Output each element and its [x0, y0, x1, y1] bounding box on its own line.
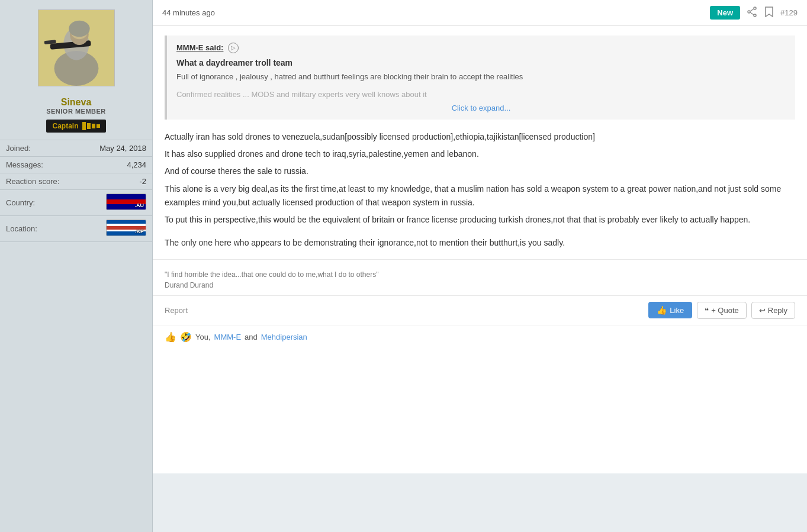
- post-timestamp: 44 minutes ago: [162, 8, 215, 17]
- user-sidebar: Sineva Senior Member Captain Joined: May…: [0, 0, 153, 532]
- post-container: 44 minutes ago New: [153, 0, 807, 473]
- post-text: Actually iran has sold drones to venezue…: [165, 130, 795, 250]
- post-para-6: The only one here who appears to be demo…: [165, 236, 795, 250]
- messages-row: Messages: 4,234: [0, 157, 152, 173]
- user-rank-label: Senior Member: [46, 108, 106, 115]
- reaction-label: Reaction score:: [6, 177, 68, 186]
- post-number: #129: [780, 8, 798, 17]
- post-actions: New: [710, 6, 798, 20]
- location-flag: .KP: [68, 220, 146, 238]
- avatar: [38, 9, 115, 86]
- quote-body-text: Full of ignorance , jealousy , hatred an…: [176, 71, 786, 83]
- post-footer: Report 👍 Like ❝ + Quote ↩ Reply: [153, 295, 807, 325]
- quote-bold-text: What a daydreamer troll team: [176, 58, 786, 67]
- reply-button[interactable]: ↩ Reply: [751, 302, 795, 319]
- post-para-2: It has also supplied drones and drone te…: [165, 147, 795, 161]
- rank-bar-4: [97, 124, 100, 128]
- click-to-expand[interactable]: Click to expand...: [176, 104, 786, 112]
- main-content: 44 minutes ago New: [153, 0, 807, 532]
- reaction-value: -2: [68, 177, 146, 186]
- post-para-4: This alone is a very big deal,as its the…: [165, 182, 795, 209]
- report-link[interactable]: Report: [165, 306, 188, 315]
- flag-au-text: .AU: [135, 202, 144, 208]
- like-label: Like: [670, 306, 684, 315]
- quote-header: MMM-E said: ▷: [176, 43, 786, 53]
- svg-point-8: [754, 7, 756, 9]
- reaction-and-text: and: [245, 333, 258, 341]
- flag-kp-text: .KP: [135, 228, 144, 234]
- svg-point-7: [69, 21, 89, 37]
- post-para-3: And of course theres the sale to russia.: [165, 165, 795, 178]
- country-row: Country: .AU: [0, 190, 152, 216]
- rank-bar-1: [82, 122, 86, 130]
- reply-icon: ↩: [759, 306, 766, 315]
- reaction-you-text: You,: [195, 333, 211, 341]
- rank-badge-label: Captain: [52, 122, 78, 130]
- signature-line1: "I find horrible the idea...that one cou…: [165, 269, 795, 280]
- like-icon: 👍: [657, 305, 667, 315]
- flag-kp: .KP: [106, 220, 146, 236]
- quote-block: MMM-E said: ▷ What a daydreamer troll te…: [165, 36, 795, 120]
- joined-row: Joined: May 24, 2018: [0, 140, 152, 157]
- quote-icon: ❝: [705, 306, 709, 315]
- quote-faded-text: Confirmed realities ... MODS and militar…: [176, 89, 786, 101]
- svg-line-12: [750, 12, 754, 15]
- joined-label: Joined:: [6, 144, 68, 153]
- bookmark-icon[interactable]: [765, 7, 773, 20]
- rank-bars: [82, 122, 100, 130]
- messages-value: 4,234: [68, 160, 146, 169]
- messages-label: Messages:: [6, 160, 68, 169]
- reaction-user2-link[interactable]: Mehdipersian: [261, 333, 307, 341]
- reaction-user1-link[interactable]: MMM-E: [214, 333, 242, 341]
- like-button[interactable]: 👍 Like: [648, 302, 692, 318]
- post-para-1: Actually iran has sold drones to venezue…: [165, 130, 795, 144]
- post-signature: "I find horrible the idea...that one cou…: [153, 259, 807, 295]
- new-badge: New: [710, 6, 740, 20]
- quote-author[interactable]: MMM-E said:: [176, 43, 223, 52]
- rank-bar-2: [87, 123, 91, 129]
- reply-label: Reply: [768, 306, 787, 315]
- reaction-emoji-2: 🤣: [180, 331, 192, 343]
- country-label: Country:: [6, 198, 68, 207]
- svg-line-11: [750, 9, 754, 11]
- post-para-5: To put this in perspective,this would be…: [165, 213, 795, 227]
- joined-value: May 24, 2018: [68, 144, 146, 153]
- quote-button[interactable]: ❝ + Quote: [697, 302, 747, 319]
- quote-btn-label: + Quote: [711, 306, 739, 315]
- signature-line2: Durand Durand: [165, 280, 795, 291]
- rank-bar-3: [92, 124, 95, 128]
- svg-point-10: [748, 11, 750, 13]
- quote-expand-icon[interactable]: ▷: [228, 43, 239, 53]
- post-header: 44 minutes ago New: [153, 0, 807, 26]
- location-row: Location: .KP: [0, 216, 152, 242]
- username-label: Sineva: [61, 97, 92, 108]
- post-body: MMM-E said: ▷ What a daydreamer troll te…: [153, 26, 807, 259]
- rank-badge: Captain: [46, 120, 105, 133]
- country-flag: .AU: [68, 194, 146, 212]
- reaction-emoji-1: 👍: [165, 331, 176, 343]
- user-info-table: Joined: May 24, 2018 Messages: 4,234 Rea…: [0, 140, 152, 242]
- reaction-row: Reaction score: -2: [0, 173, 152, 190]
- flag-au: .AU: [106, 194, 146, 210]
- location-label: Location:: [6, 224, 68, 233]
- reactions-row: 👍 🤣 You, MMM-E and Mehdipersian: [153, 325, 807, 349]
- footer-buttons: 👍 Like ❝ + Quote ↩ Reply: [648, 302, 795, 319]
- svg-point-9: [754, 14, 756, 17]
- share-icon[interactable]: [747, 7, 758, 20]
